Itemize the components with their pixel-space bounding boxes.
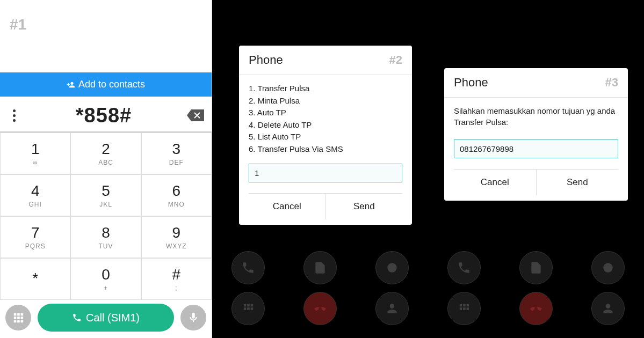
key-hash[interactable]: #; (141, 258, 212, 300)
svg-rect-5 (21, 317, 24, 319)
svg-rect-18 (463, 304, 466, 307)
dialog-title: Phone (454, 76, 488, 90)
backspace-button[interactable] (186, 108, 205, 122)
key-7[interactable]: 7PQRS (0, 216, 70, 258)
dialog-title: Phone (249, 53, 283, 67)
bg-hangup-icon (303, 292, 337, 325)
bg-record-icon (375, 251, 409, 284)
backspace-icon (186, 108, 205, 122)
svg-rect-15 (251, 307, 254, 310)
svg-rect-0 (14, 313, 17, 316)
keypad-toggle-button[interactable] (5, 305, 31, 330)
cancel-button[interactable]: Cancel (249, 194, 326, 219)
svg-rect-10 (244, 304, 247, 307)
svg-rect-13 (244, 307, 247, 310)
add-to-contacts-button[interactable]: Add to contacts (0, 72, 212, 97)
key-4[interactable]: 4GHI (0, 174, 70, 216)
phone-number-input[interactable] (454, 139, 618, 158)
svg-rect-2 (21, 313, 24, 316)
svg-rect-11 (247, 304, 250, 307)
svg-rect-20 (460, 307, 462, 310)
svg-rect-17 (460, 304, 462, 307)
bg-contact-icon (591, 292, 625, 325)
bg-note-icon (519, 251, 553, 284)
ussd-dialog-menu: Phone #2 1. Transfer Pulsa 2. Minta Puls… (239, 46, 412, 225)
menu-item: 2. Minta Pulsa (249, 95, 402, 107)
bg-keypad-icon (231, 292, 265, 325)
key-0[interactable]: 0+ (70, 258, 141, 300)
number-display-row: *858# (0, 99, 212, 133)
svg-rect-22 (467, 307, 469, 310)
bg-hangup-icon (519, 292, 553, 325)
key-5[interactable]: 5JKL (70, 174, 141, 216)
svg-rect-7 (17, 320, 20, 323)
ussd-dialog-input: Phone #3 Silahkan memasukkan nomor tujua… (444, 68, 628, 201)
key-9[interactable]: 9WXYZ (141, 216, 212, 258)
bg-record-icon (591, 251, 625, 284)
bg-keypad-icon (447, 292, 481, 325)
menu-item: 5. List Auto TP (249, 131, 402, 143)
ussd-menu-list: 1. Transfer Pulsa 2. Minta Pulsa 3. Auto… (249, 83, 402, 155)
menu-item: 4. Delete Auto TP (249, 119, 402, 131)
call-button[interactable]: Call (SIM1) (38, 304, 174, 332)
key-3[interactable]: 3DEF (141, 133, 212, 174)
key-1[interactable]: 1∞ (0, 133, 70, 174)
key-2[interactable]: 2ABC (70, 133, 141, 174)
bg-note-icon (303, 251, 337, 284)
menu-item: 1. Transfer Pulsa (249, 83, 402, 95)
ussd-menu-screen: Phone #2 1. Transfer Pulsa 2. Minta Puls… (212, 0, 428, 338)
step-label-1: #1 (10, 16, 26, 33)
key-8[interactable]: 8TUV (70, 216, 141, 258)
bg-contact-icon (375, 292, 409, 325)
bottom-actions: Call (SIM1) (0, 304, 212, 332)
menu-item: 6. Transfer Pulsa Via SMS (249, 143, 402, 156)
key-star[interactable]: * (0, 258, 70, 300)
dialer-screen: #1 Add to contacts *858# 1∞ 2ABC 3DEF 4G… (0, 0, 212, 338)
send-button[interactable]: Send (326, 194, 403, 219)
add-contacts-label: Add to contacts (78, 79, 145, 90)
svg-rect-6 (14, 320, 17, 323)
ussd-input[interactable] (249, 164, 402, 182)
svg-rect-19 (467, 304, 469, 307)
voice-button[interactable] (180, 305, 206, 330)
kebab-menu-icon[interactable] (6, 109, 21, 122)
call-label: Call (SIM1) (86, 312, 140, 324)
step-label-3: #3 (605, 76, 618, 90)
svg-rect-3 (14, 317, 17, 319)
menu-item: 3. Auto TP (249, 107, 402, 119)
dialed-number: *858# (21, 104, 186, 127)
svg-rect-8 (21, 320, 24, 323)
step-label-2: #2 (389, 53, 402, 67)
ussd-input-screen: Phone #3 Silahkan memasukkan nomor tujua… (428, 0, 644, 338)
key-6[interactable]: 6MNO (141, 174, 212, 216)
send-button[interactable]: Send (537, 170, 619, 195)
bg-add-call-icon (231, 251, 265, 284)
svg-rect-21 (463, 307, 466, 310)
svg-rect-4 (17, 317, 20, 319)
bg-add-call-icon (447, 251, 481, 284)
grid-icon (12, 312, 24, 324)
background-dialer-partial (212, 251, 428, 333)
keypad: 1∞ 2ABC 3DEF 4GHI 5JKL 6MNO 7PQRS 8TUV 9… (0, 133, 212, 300)
person-add-icon (67, 80, 75, 89)
cancel-button[interactable]: Cancel (454, 170, 537, 195)
svg-rect-14 (247, 307, 250, 310)
background-dialer-partial (428, 251, 644, 333)
svg-rect-12 (251, 304, 254, 307)
svg-rect-1 (17, 313, 20, 316)
svg-point-16 (603, 263, 612, 272)
ussd-prompt: Silahkan memasukkan nomor tujuan yg anda… (454, 105, 618, 128)
mic-icon (187, 312, 199, 324)
svg-point-9 (387, 263, 396, 272)
phone-icon (72, 313, 82, 322)
